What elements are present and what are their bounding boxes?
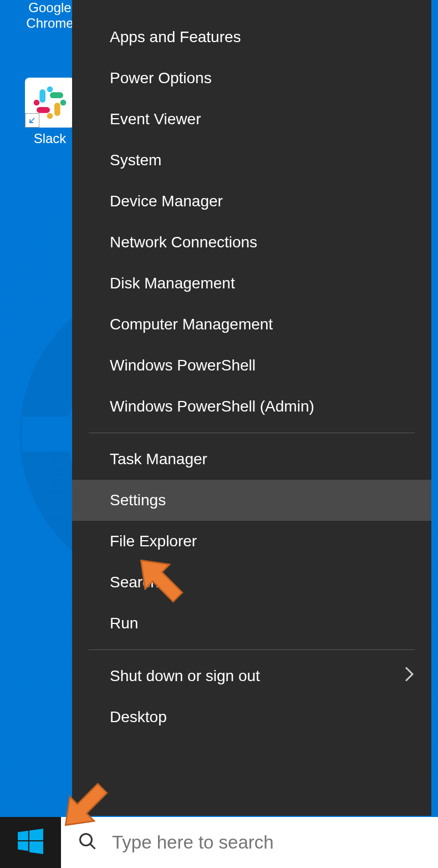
svg-point-4 (47, 87, 53, 93)
start-button[interactable] (0, 817, 61, 868)
menu-item-desktop[interactable]: Desktop (72, 697, 431, 738)
windows-logo-icon (17, 828, 44, 857)
search-input[interactable] (112, 832, 421, 853)
menu-item-device-manager[interactable]: Device Manager (72, 181, 431, 222)
menu-item-task-manager[interactable]: Task Manager (72, 439, 431, 480)
menu-item-power-options[interactable]: Power Options (72, 58, 431, 99)
chevron-right-icon (404, 666, 415, 687)
slack-label: Slack (34, 131, 67, 146)
taskbar-search[interactable] (61, 817, 438, 868)
menu-item-apps-and-features[interactable]: Apps and Features (72, 17, 431, 58)
menu-item-shut-down-or-sign-out[interactable]: Shut down or sign out (72, 656, 431, 697)
svg-line-9 (90, 844, 95, 849)
desktop: Google Chrome Slack Apps and Features Po… (0, 0, 438, 868)
taskbar (0, 817, 438, 868)
menu-item-windows-powershell[interactable]: Windows PowerShell (72, 345, 431, 386)
svg-point-6 (47, 113, 53, 119)
menu-item-file-explorer[interactable]: File Explorer (72, 521, 431, 562)
menu-item-computer-management[interactable]: Computer Management (72, 304, 431, 345)
slack-icon-image (25, 78, 75, 128)
menu-separator (89, 649, 415, 650)
menu-item-settings[interactable]: Settings (72, 480, 431, 521)
menu-separator (89, 433, 415, 433)
menu-item-network-connections[interactable]: Network Connections (72, 222, 431, 263)
menu-item-run[interactable]: Run (72, 603, 431, 644)
winx-context-menu: Apps and Features Power Options Event Vi… (72, 0, 431, 816)
svg-point-7 (34, 100, 40, 106)
svg-point-5 (60, 100, 67, 106)
shortcut-arrow-icon (25, 113, 39, 128)
menu-item-disk-management[interactable]: Disk Management (72, 263, 431, 304)
svg-point-8 (80, 834, 92, 846)
menu-item-system[interactable]: System (72, 140, 431, 181)
search-icon (78, 831, 98, 854)
menu-item-windows-powershell-admin[interactable]: Windows PowerShell (Admin) (72, 386, 431, 427)
menu-item-event-viewer[interactable]: Event Viewer (72, 99, 431, 140)
menu-item-search[interactable]: Search (72, 562, 431, 603)
